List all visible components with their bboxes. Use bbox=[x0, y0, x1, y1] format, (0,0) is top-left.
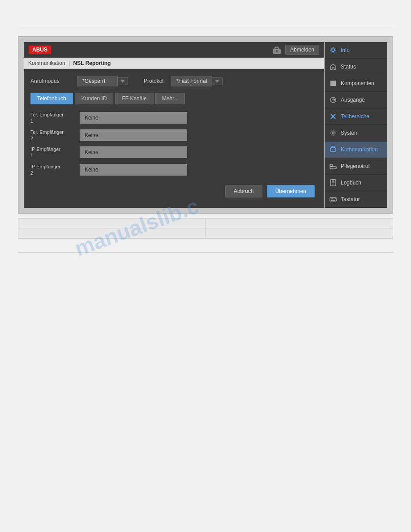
field-label-1: Tel. Empfänger1 bbox=[30, 112, 80, 124]
field-label-4: IP Empfänger2 bbox=[30, 163, 80, 176]
gear-icon-info bbox=[329, 46, 337, 54]
svg-rect-1 bbox=[275, 47, 278, 50]
protokoll-label: Protokoll bbox=[144, 78, 165, 84]
form-area: Anrufmodus *Gesperrt Protokoll *Fast For… bbox=[24, 69, 324, 208]
breadcrumb-part1: Kommunikation bbox=[28, 60, 65, 66]
home-icon bbox=[329, 63, 337, 71]
field-label-2: Tel. Empfänger2 bbox=[30, 129, 80, 142]
field-input-ip2[interactable] bbox=[80, 164, 187, 176]
abbruch-button[interactable]: Abbruch bbox=[225, 185, 262, 197]
sidebar-label-pflegenotruf: Pflegenotruf bbox=[341, 163, 370, 169]
sidebar-item-info[interactable]: Info bbox=[325, 42, 387, 59]
table-row-1 bbox=[18, 219, 393, 228]
anruf-row: Anrufmodus *Gesperrt Protokoll *Fast For… bbox=[30, 76, 317, 86]
anruf-value: *Gesperrt bbox=[77, 76, 118, 86]
sidebar-item-status[interactable]: Status bbox=[325, 59, 387, 75]
sidebar-item-system[interactable]: System bbox=[325, 125, 387, 142]
field-row-1: Tel. Empfänger1 bbox=[30, 112, 317, 124]
table-cell-2-1 bbox=[18, 228, 206, 238]
tab-mehr[interactable]: Mehr... bbox=[155, 93, 185, 104]
sidebar-label-status: Status bbox=[341, 64, 356, 70]
sidebar-item-ausgaenge[interactable]: Ausgänge bbox=[325, 92, 387, 108]
phone-icon bbox=[329, 146, 337, 154]
field-row-3: IP Empfänger1 bbox=[30, 146, 317, 159]
protokoll-value: *Fast Format bbox=[171, 76, 212, 86]
gear-icon-system bbox=[329, 129, 337, 137]
sidebar-item-logbuch[interactable]: Logbuch bbox=[325, 175, 387, 191]
svg-point-3 bbox=[332, 49, 334, 51]
tabs-row: Telefonbuch Kunden ID FF Kanäle Mehr... bbox=[30, 93, 317, 104]
svg-rect-2 bbox=[276, 50, 278, 52]
field-label-3: IP Empfänger1 bbox=[30, 146, 80, 159]
svg-rect-11 bbox=[330, 164, 333, 167]
anruf-arrow[interactable] bbox=[118, 77, 128, 85]
bottom-table bbox=[18, 218, 393, 239]
field-row-2: Tel. Empfänger2 bbox=[30, 129, 317, 142]
table-cell-2-2 bbox=[206, 228, 393, 238]
sidebar-label-teilbereiche: Teilbereiche bbox=[341, 113, 369, 120]
field-input-ip1[interactable] bbox=[80, 146, 187, 158]
breadcrumb: Kommunikation | NSL Reporting bbox=[24, 58, 324, 69]
action-row: Abbruch Übernehmen bbox=[30, 185, 317, 197]
breadcrumb-separator: | bbox=[68, 60, 71, 66]
sidebar-label-logbuch: Logbuch bbox=[341, 180, 361, 186]
sidebar-label-info: Info bbox=[341, 47, 350, 53]
protokoll-arrow[interactable] bbox=[212, 77, 223, 85]
lock-icon bbox=[272, 46, 282, 54]
anruf-dropdown[interactable]: *Gesperrt bbox=[77, 76, 128, 86]
svg-rect-16 bbox=[332, 179, 334, 180]
abmelden-button[interactable]: Abmelden bbox=[285, 45, 319, 55]
sidebar-label-tastatur: Tastatur bbox=[341, 196, 360, 202]
sidebar-item-tastatur[interactable]: Tastatur bbox=[325, 191, 387, 208]
breadcrumb-part2: NSL Reporting bbox=[73, 60, 111, 66]
sidebar-item-kommunikation[interactable]: Kommunikation bbox=[325, 142, 387, 158]
sidebar-label-system: System bbox=[341, 130, 359, 136]
sidebar-item-pflegenotruf[interactable]: Pflegenotruf bbox=[325, 158, 387, 175]
sidebar-label-ausgaenge: Ausgänge bbox=[341, 97, 365, 103]
sidebar-label-kommunikation: Kommunikation bbox=[341, 146, 378, 153]
keyboard-icon bbox=[329, 195, 337, 203]
abus-logo: ABUS bbox=[28, 45, 51, 54]
anruf-label: Anrufmodus bbox=[30, 78, 71, 84]
field-input-tel1[interactable] bbox=[80, 112, 187, 124]
bed-icon bbox=[329, 162, 337, 170]
bottom-divider bbox=[18, 252, 393, 253]
svg-rect-9 bbox=[330, 148, 336, 151]
tab-telefonbuch[interactable]: Telefonbuch bbox=[30, 93, 73, 104]
output-icon bbox=[329, 96, 337, 104]
square-icon bbox=[329, 79, 337, 87]
arrow-down-icon-2 bbox=[215, 80, 219, 83]
ubernehmen-button[interactable]: Übernehmen bbox=[267, 185, 315, 197]
arrow-down-icon bbox=[120, 80, 125, 83]
table-cell-1-1 bbox=[18, 219, 206, 228]
table-cell-1-2 bbox=[206, 219, 393, 228]
protokoll-dropdown[interactable]: *Fast Format bbox=[171, 76, 223, 86]
sidebar-item-komponenten[interactable]: Komponenten bbox=[325, 75, 387, 92]
field-input-tel2[interactable] bbox=[80, 129, 187, 141]
tab-kunden-id[interactable]: Kunden ID bbox=[75, 93, 114, 104]
tab-ff-kanaele[interactable]: FF Kanäle bbox=[115, 93, 153, 104]
header-bar: ABUS Abmelden bbox=[24, 42, 324, 58]
sidebar-item-teilbereiche[interactable]: Teilbereiche bbox=[325, 108, 387, 125]
field-row-4: IP Empfänger2 bbox=[30, 163, 317, 176]
cross-icon bbox=[329, 112, 337, 120]
table-row-2 bbox=[18, 228, 393, 238]
svg-point-8 bbox=[332, 132, 334, 134]
svg-rect-4 bbox=[330, 81, 336, 86]
sidebar: Info Status Komponenten bbox=[325, 42, 387, 208]
sidebar-label-komponenten: Komponenten bbox=[341, 80, 374, 86]
logbook-icon bbox=[329, 179, 337, 187]
